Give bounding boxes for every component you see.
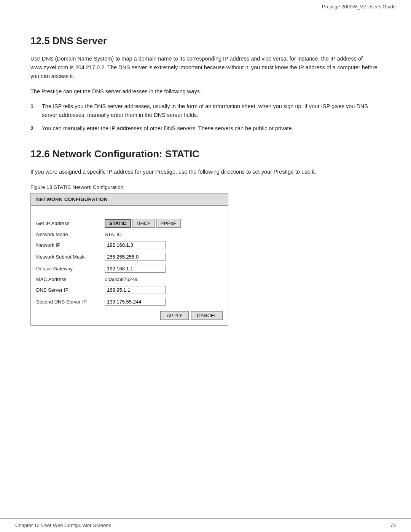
label-subnet-mask: Network Subnet Mask — [36, 254, 105, 260]
row-dns-server-ip: DNS Server IP — [36, 286, 223, 294]
list-text-1: The ISP tells you the DNS server address… — [42, 102, 381, 120]
page-header: Prestige 2000W_V2 User's Guide — [0, 0, 411, 12]
page-footer: Chapter 12 User Web Configurator Screens… — [0, 518, 411, 532]
separator — [36, 215, 223, 215]
figure-label: Figure 13 STATIC Network Configuration — [30, 184, 381, 190]
row-network-mode: Network Mode STATIC — [36, 232, 223, 237]
label-network-ip: Network IP — [36, 242, 105, 248]
label-mac-address: MAC Address — [36, 276, 105, 282]
list-item-2: 2 You can manually enter the IP addresse… — [30, 124, 381, 133]
input-default-gateway[interactable] — [105, 265, 166, 273]
page-content: 12.5 DNS Server Use DNS (Domain Name Sys… — [0, 12, 411, 348]
input-subnet-mask[interactable] — [105, 253, 166, 261]
input-dns-server-ip[interactable] — [105, 286, 166, 294]
network-config-box: NETWORK CONFIGURATION Get IP Address STA… — [30, 193, 228, 326]
apply-button[interactable]: APPLY — [160, 311, 189, 320]
row-mac-address: MAC Address 00a0c5b76249 — [36, 276, 223, 282]
network-config-header: NETWORK CONFIGURATION — [31, 193, 228, 206]
footer-left: Chapter 12 User Web Configurator Screens — [15, 522, 111, 528]
section2-heading: 12.6 Network Configuration: STATIC — [30, 148, 381, 160]
row-default-gateway: Default Gateway — [36, 265, 223, 273]
section1-heading: 12.5 DNS Server — [30, 35, 381, 47]
section1-para1: Use DNS (Domain Name System) to map a do… — [30, 54, 381, 81]
row-second-dns: Second DNS Server IP — [36, 298, 223, 306]
section1-para2: The Prestige can get the DNS server addr… — [30, 87, 381, 96]
section2-para1: If you were assigned a specific IP addre… — [30, 168, 381, 176]
row-subnet-mask: Network Subnet Mask — [36, 253, 223, 261]
btn-pppoe[interactable]: PPPoE — [156, 219, 181, 228]
header-title: Prestige 2000W_V2 User's Guide — [322, 4, 396, 10]
row-get-ip: Get IP Address STATIC DHCP PPPoE — [36, 219, 223, 228]
label-network-mode: Network Mode — [36, 232, 105, 237]
row-network-ip: Network IP — [36, 241, 223, 249]
value-mac-address: 00a0c5b76249 — [105, 276, 137, 282]
btn-dhcp[interactable]: DHCP — [132, 219, 155, 228]
figure-label-bold: Figure 13 — [30, 184, 52, 190]
label-dns-server-ip: DNS Server IP — [36, 287, 105, 293]
list-number-2: 2 — [30, 124, 42, 133]
figure-caption: STATIC Network Configuration — [52, 184, 123, 190]
input-network-ip[interactable] — [105, 241, 166, 249]
value-network-mode: STATIC — [105, 232, 121, 237]
list-item-1: 1 The ISP tells you the DNS server addre… — [30, 102, 381, 120]
label-get-ip: Get IP Address — [36, 220, 105, 226]
cancel-button[interactable]: CANCEL — [191, 311, 223, 320]
network-config-body: Get IP Address STATIC DHCP PPPoE Network… — [31, 206, 228, 325]
input-second-dns[interactable] — [105, 298, 166, 306]
btn-static[interactable]: STATIC — [105, 219, 131, 228]
action-buttons: APPLY CANCEL — [36, 311, 223, 320]
list-number-1: 1 — [30, 102, 42, 120]
label-second-dns: Second DNS Server IP — [36, 299, 105, 305]
label-default-gateway: Default Gateway — [36, 266, 105, 272]
footer-right: 73 — [390, 522, 396, 528]
list-text-2: You can manually enter the IP addresses … — [42, 124, 381, 133]
ip-button-group: STATIC DHCP PPPoE — [105, 219, 181, 228]
